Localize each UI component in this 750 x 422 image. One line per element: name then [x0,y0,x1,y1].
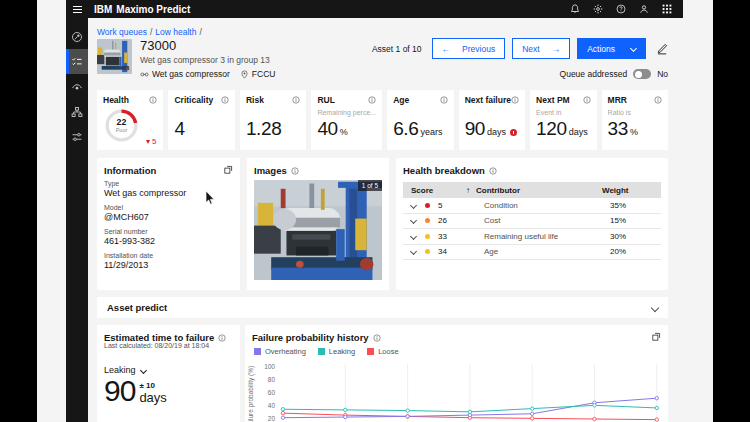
info-icon[interactable] [489,167,497,175]
asset-photo-image [254,180,382,280]
header-actions [567,2,683,16]
next-button[interactable]: Next → [512,38,570,59]
card-age[interactable]: Age 6.6 years [387,90,453,150]
card-risk-title: Risk [246,95,264,105]
breadcrumb: Work queues / Low health / [97,27,202,37]
info-icon[interactable] [440,96,448,104]
help-icon[interactable] [613,2,629,16]
legend-item-loose[interactable]: Loose [367,347,398,356]
card-health[interactable]: Health 22 Poor ▾ 5 [97,90,163,150]
previous-arrow-icon: ← [442,44,451,54]
info-icon[interactable] [221,96,229,104]
launch-icon[interactable] [652,332,661,341]
chart-legend: Overheating Leaking Loose [245,345,668,356]
field-value: @MCH607 [104,212,233,222]
app-switcher-icon[interactable] [659,2,675,16]
link-icon [140,70,149,79]
card-next-failure-title: Next failure [465,95,511,105]
table-row[interactable]: 34 Age 20% [403,245,661,261]
previous-label: Previous [462,44,495,54]
legend-item-leaking[interactable]: Leaking [318,347,355,356]
actions-button[interactable]: Actions [577,38,646,59]
rul-unit: % [340,127,348,137]
asset-id: 73000 [140,39,275,53]
info-icon[interactable] [654,96,662,104]
info-icon[interactable] [583,96,591,104]
top-header: IBM Maximo Predict [66,0,683,18]
legend-label: Leaking [329,347,355,356]
edit-pencil-icon[interactable] [656,43,668,55]
trend-down-icon: ▾ [146,137,150,146]
age-value: 6.6 [393,118,418,140]
asset-predict-section-header[interactable]: Asset predict [97,297,668,318]
table-row[interactable]: 5 Condition 35% [403,198,661,214]
table-row[interactable]: 33 Remaining useful life 30% [403,229,661,245]
brand-product: Maximo Predict [116,4,190,15]
column-score[interactable]: Score ↑ [403,186,476,195]
section-collapse-chevron-icon[interactable] [651,303,659,311]
asset-thumbnail-image [97,39,132,74]
queue-addressed-toggle[interactable] [633,69,651,79]
cell-weight: 15% [610,216,661,225]
mrr-unit: % [630,127,638,137]
sidebar-item-asset-hierarchy[interactable] [66,99,88,124]
failure-probability-chart[interactable]: 100806040200Failure probability (%) [245,359,668,422]
fph-title: Failure probability history [252,332,369,343]
breadcrumb-work-queues[interactable]: Work queues [97,27,147,37]
row-expand-chevron-icon[interactable] [410,217,417,224]
info-icon[interactable] [149,96,157,104]
notifications-bell-icon[interactable] [567,2,583,16]
hamburger-menu-icon[interactable] [66,0,88,18]
info-icon[interactable] [292,96,300,104]
asset-photo[interactable]: 1 of 5 [254,180,382,280]
row-expand-chevron-icon[interactable] [410,202,417,209]
card-next-failure[interactable]: Next failure 90 days [459,90,525,150]
launch-icon[interactable] [224,165,233,174]
health-breakdown-title: Health breakdown [403,165,485,176]
svg-text:80: 80 [268,376,276,383]
info-icon[interactable] [368,96,376,104]
asset-predict-title: Asset predict [107,302,167,313]
alert-dot-icon [510,129,517,136]
card-mrr[interactable]: MRR Ratio is 33 % [602,90,668,150]
info-icon[interactable] [291,167,299,175]
sidebar-item-monitor[interactable] [66,24,88,49]
cell-weight: 35% [610,201,661,210]
column-weight[interactable]: Weight [602,186,661,195]
cell-contributor: Age [484,247,610,256]
legend-item-overheating[interactable]: Overheating [254,347,306,356]
next-arrow-icon: → [552,44,561,54]
severity-dot [425,203,430,208]
card-subtitle [246,109,300,117]
health-trend-value: 5 [152,137,156,146]
info-icon[interactable] [218,334,226,342]
card-health-title: Health [103,95,129,105]
screen: { "colors": { "accent": "#0f62fe", "dang… [0,0,750,422]
asset-thumbnail[interactable] [97,39,132,74]
card-risk[interactable]: Risk 1.28 [240,90,306,150]
age-unit: years [420,127,442,137]
card-subtitle [174,109,228,117]
card-rul[interactable]: RUL Remaining perce... 40 % [311,90,382,150]
user-profile-icon[interactable] [636,2,652,16]
sort-ascending-icon: ↑ [466,186,470,195]
chevron-down-icon [139,366,146,373]
info-icon[interactable] [511,96,519,104]
settings-gear-icon[interactable] [590,2,606,16]
card-criticality[interactable]: Criticality 4 [168,90,234,150]
card-next-pm[interactable]: Next PM Event in 120 days [530,90,596,150]
sidebar-item-settings-sliders[interactable] [66,124,88,149]
image-count-badge: 1 of 5 [358,180,382,191]
row-expand-chevron-icon[interactable] [410,248,417,255]
next-pm-unit: days [569,127,588,137]
sidebar-item-work-queues[interactable] [66,49,88,74]
info-icon[interactable] [373,334,381,342]
row-expand-chevron-icon[interactable] [410,233,417,240]
column-contributor[interactable]: Contributor [476,186,602,195]
table-row[interactable]: 26 Cost 15% [403,214,661,230]
asset-header: 73000 Wet gas compressor 3 in group 13 W… [97,39,275,79]
sidebar-item-insights[interactable] [66,74,88,99]
health-score: 22 [117,117,127,127]
breadcrumb-low-health[interactable]: Low health [155,27,196,37]
previous-button[interactable]: ← Previous [432,38,506,59]
